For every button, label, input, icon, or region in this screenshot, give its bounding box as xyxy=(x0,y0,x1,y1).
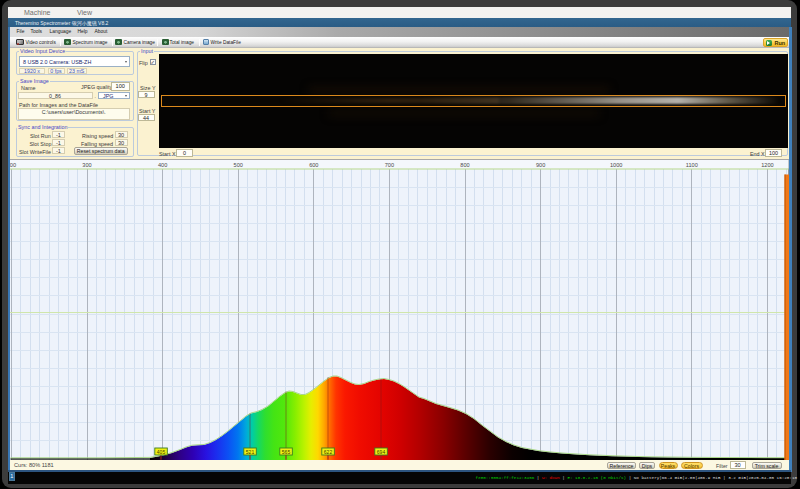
svg-text:521: 521 xyxy=(246,448,255,454)
svg-text:700: 700 xyxy=(385,162,394,168)
svg-text:1100: 1100 xyxy=(686,162,698,168)
svg-text:1000: 1000 xyxy=(610,162,622,168)
svg-text:600: 600 xyxy=(309,162,318,168)
svg-text:200: 200 xyxy=(10,162,16,168)
svg-text:565: 565 xyxy=(282,448,291,454)
svg-text:300: 300 xyxy=(82,162,91,168)
svg-text:800: 800 xyxy=(460,162,469,168)
svg-text:500: 500 xyxy=(234,162,243,168)
svg-text:1200: 1200 xyxy=(761,162,773,168)
svg-text:405: 405 xyxy=(157,448,166,454)
svg-text:622: 622 xyxy=(324,448,333,454)
svg-text:694: 694 xyxy=(377,448,386,454)
svg-text:400: 400 xyxy=(158,162,167,168)
svg-text:900: 900 xyxy=(536,162,545,168)
